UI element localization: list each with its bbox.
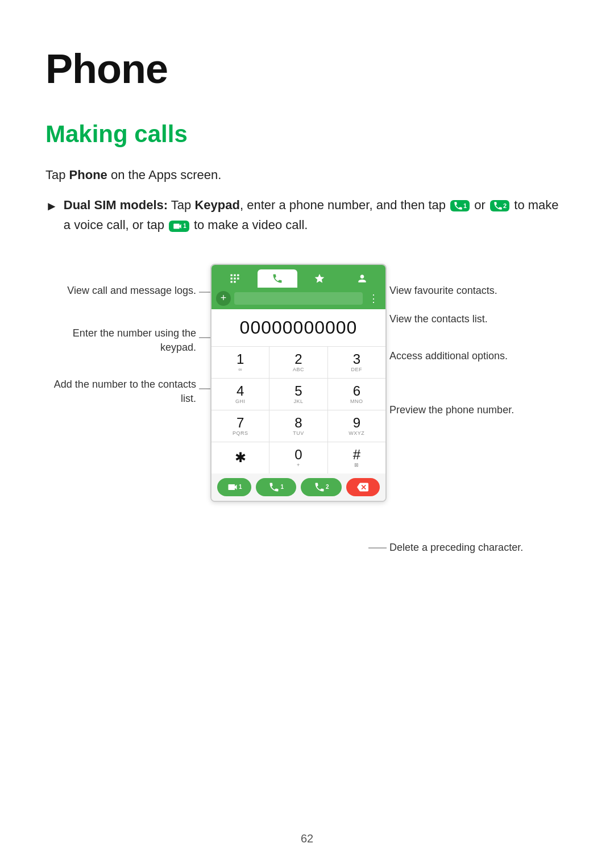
tab-contacts[interactable] (342, 269, 383, 288)
keypad-row-1: 1∞ 2ABC 3DEF (211, 347, 385, 379)
annotation-left-3: Add the number to the contacts list. (45, 377, 196, 406)
phone-mockup: + ⋮ 00000000000 1∞ 2ABC 3DEF 4GHI 5JKL 6… (210, 264, 387, 502)
annotation-left-2: Enter the number using the keypad. (45, 326, 196, 355)
number-input-bar (234, 292, 363, 305)
key-4[interactable]: 4GHI (211, 379, 269, 410)
key-5[interactable]: 5JKL (269, 379, 327, 410)
call-icon-2: 2 (490, 200, 509, 211)
video-call-button[interactable]: 1 (217, 478, 251, 496)
annotation-right-3: Access additional options. (389, 349, 508, 363)
call-sim2-button[interactable]: 2 (301, 478, 342, 496)
page-title: Phone (45, 45, 569, 92)
svg-rect-9 (234, 274, 236, 276)
svg-rect-11 (231, 277, 233, 279)
paragraph-1: Tap Phone on the Apps screen. (45, 165, 569, 185)
annotation-right-1: View favourite contacts. (389, 284, 497, 298)
tab-favorites[interactable] (300, 269, 340, 288)
keypad: 1∞ 2ABC 3DEF 4GHI 5JKL 6MNO 7PQRS 8TUV 9… (211, 347, 385, 474)
svg-rect-8 (231, 274, 233, 276)
add-contact-button[interactable]: + (216, 291, 231, 306)
svg-rect-13 (237, 277, 239, 279)
delete-button[interactable] (346, 478, 380, 496)
svg-rect-15 (234, 281, 236, 283)
key-3[interactable]: 3DEF (328, 347, 385, 378)
diagram-area: View call and message logs. Enter the nu… (45, 252, 569, 582)
key-0[interactable]: 0+ (269, 442, 327, 474)
annotation-left-1: View call and message logs. (45, 284, 196, 298)
input-row: + ⋮ (211, 288, 385, 309)
tab-keypad[interactable] (215, 269, 255, 288)
svg-rect-10 (237, 274, 239, 276)
keypad-row-2: 4GHI 5JKL 6MNO (211, 379, 385, 410)
key-2[interactable]: 2ABC (269, 347, 327, 378)
annotation-right-4: Preview the phone number. (389, 403, 514, 417)
key-star[interactable]: ✱ (211, 442, 269, 474)
number-display: 00000000000 (211, 309, 385, 347)
tab-recents[interactable] (258, 269, 298, 288)
key-6[interactable]: 6MNO (328, 379, 385, 410)
more-options-button[interactable]: ⋮ (366, 292, 381, 305)
key-7[interactable]: 7PQRS (211, 410, 269, 442)
keypad-row-4: ✱ 0+ #⊠ (211, 442, 385, 474)
svg-rect-14 (231, 281, 233, 283)
bullet-paragraph: ► Dual SIM models: Tap Keypad, enter a p… (45, 195, 569, 235)
bullet-arrow: ► (45, 196, 58, 216)
section-title: Making calls (45, 121, 569, 148)
keypad-row-3: 7PQRS 8TUV 9WXYZ (211, 410, 385, 442)
key-8[interactable]: 8TUV (269, 410, 327, 442)
video-call-icon: 1 (169, 221, 189, 232)
call-icon-1: 1 (450, 200, 470, 211)
key-1[interactable]: 1∞ (211, 347, 269, 378)
annotation-right-2: View the contacts list. (389, 312, 488, 326)
action-bar: 1 1 2 (211, 474, 385, 501)
key-hash[interactable]: #⊠ (328, 442, 385, 474)
svg-rect-12 (234, 277, 236, 279)
annotation-bottom-1: Delete a preceding character. (389, 541, 523, 555)
page-number: 62 (301, 832, 313, 845)
tab-bar (211, 265, 385, 288)
key-9[interactable]: 9WXYZ (328, 410, 385, 442)
call-sim1-button[interactable]: 1 (256, 478, 297, 496)
bullet-text: Dual SIM models: Tap Keypad, enter a pho… (64, 195, 569, 235)
